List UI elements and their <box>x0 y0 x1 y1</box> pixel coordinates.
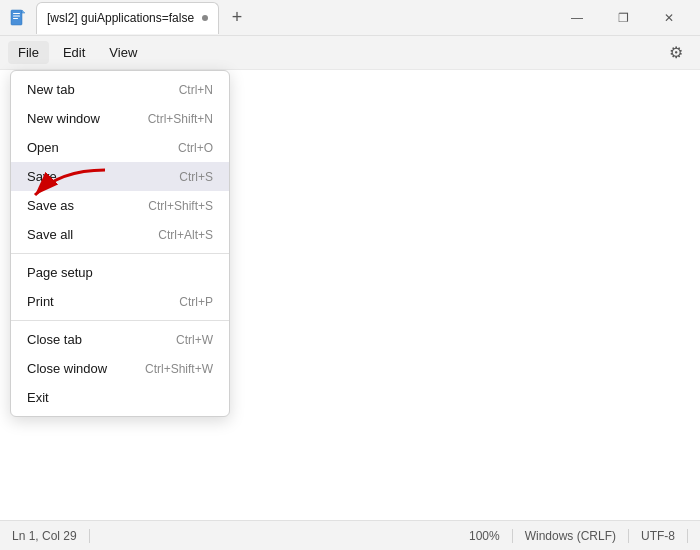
menu-item-shortcut: Ctrl+N <box>179 83 213 97</box>
menu-item-shortcut: Ctrl+W <box>176 333 213 347</box>
menu-item-shortcut: Ctrl+Alt+S <box>158 228 213 242</box>
separator-1 <box>11 253 229 254</box>
menu-item-shortcut: Ctrl+Shift+N <box>148 112 213 126</box>
tab-title: [wsl2] guiApplications=false <box>47 11 194 25</box>
menubar: File Edit View ⚙ <box>0 36 700 70</box>
tab-modified-dot <box>202 15 208 21</box>
menu-file[interactable]: File <box>8 41 49 64</box>
menu-item-label: Exit <box>27 390 49 405</box>
maximize-button[interactable]: ❐ <box>600 2 646 34</box>
encoding: UTF-8 <box>629 529 688 543</box>
menu-item-print[interactable]: Print Ctrl+P <box>11 287 229 316</box>
svg-rect-3 <box>13 18 18 19</box>
menu-edit[interactable]: Edit <box>53 41 95 64</box>
menu-item-shortcut: Ctrl+P <box>179 295 213 309</box>
menu-view[interactable]: View <box>99 41 147 64</box>
menu-item-label: Save <box>27 169 57 184</box>
menu-item-close-tab[interactable]: Close tab Ctrl+W <box>11 325 229 354</box>
menu-item-shortcut: Ctrl+Shift+S <box>148 199 213 213</box>
menu-item-new-window[interactable]: New window Ctrl+Shift+N <box>11 104 229 133</box>
menu-item-page-setup[interactable]: Page setup <box>11 258 229 287</box>
menu-item-exit[interactable]: Exit <box>11 383 229 412</box>
app-icon <box>8 8 28 28</box>
menu-item-save-all[interactable]: Save all Ctrl+Alt+S <box>11 220 229 249</box>
zoom-level: 100% <box>457 529 513 543</box>
minimize-button[interactable]: — <box>554 2 600 34</box>
editor-area: New tab Ctrl+N New window Ctrl+Shift+N O… <box>0 70 700 520</box>
separator-2 <box>11 320 229 321</box>
menu-item-label: Print <box>27 294 54 309</box>
settings-button[interactable]: ⚙ <box>660 37 692 69</box>
gear-icon: ⚙ <box>669 43 683 62</box>
menu-item-shortcut: Ctrl+Shift+W <box>145 362 213 376</box>
menu-item-label: Save as <box>27 198 74 213</box>
window-controls: — ❐ ✕ <box>554 2 692 34</box>
menu-item-label: Page setup <box>27 265 93 280</box>
menu-item-shortcut: Ctrl+O <box>178 141 213 155</box>
new-tab-button[interactable]: + <box>223 4 251 32</box>
statusbar: Ln 1, Col 29 100% Windows (CRLF) UTF-8 <box>0 520 700 550</box>
active-tab[interactable]: [wsl2] guiApplications=false <box>36 2 219 34</box>
menu-item-close-window[interactable]: Close window Ctrl+Shift+W <box>11 354 229 383</box>
svg-rect-1 <box>13 13 20 14</box>
svg-rect-0 <box>11 10 22 25</box>
menu-item-new-tab[interactable]: New tab Ctrl+N <box>11 75 229 104</box>
menu-item-label: New tab <box>27 82 75 97</box>
titlebar: [wsl2] guiApplications=false + — ❐ ✕ <box>0 0 700 36</box>
menu-item-save-as[interactable]: Save as Ctrl+Shift+S <box>11 191 229 220</box>
svg-rect-2 <box>13 15 20 16</box>
menu-item-label: New window <box>27 111 100 126</box>
close-button[interactable]: ✕ <box>646 2 692 34</box>
menu-item-shortcut: Ctrl+S <box>179 170 213 184</box>
menu-item-save[interactable]: Save Ctrl+S <box>11 162 229 191</box>
menu-item-label: Close window <box>27 361 107 376</box>
menu-item-label: Open <box>27 140 59 155</box>
menu-item-label: Save all <box>27 227 73 242</box>
menu-item-label: Close tab <box>27 332 82 347</box>
line-ending: Windows (CRLF) <box>513 529 629 543</box>
cursor-position: Ln 1, Col 29 <box>12 529 90 543</box>
file-dropdown-menu: New tab Ctrl+N New window Ctrl+Shift+N O… <box>10 70 230 417</box>
menu-item-open[interactable]: Open Ctrl+O <box>11 133 229 162</box>
